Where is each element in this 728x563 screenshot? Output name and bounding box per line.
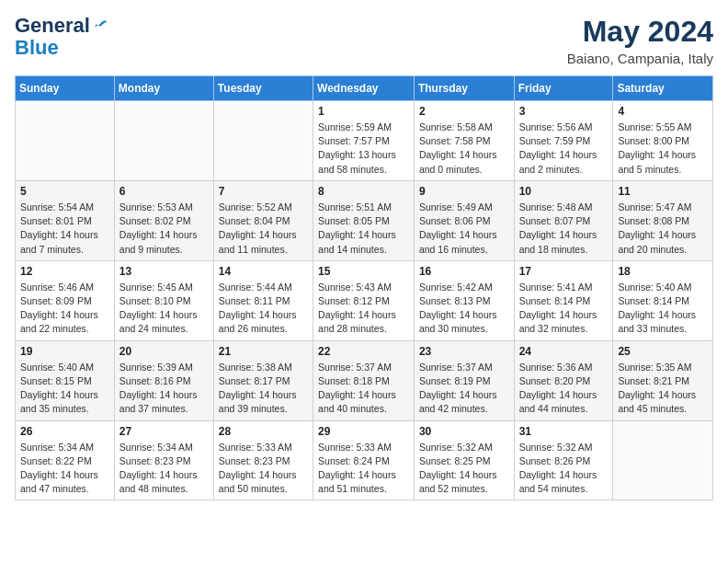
calendar-cell: 23Sunrise: 5:37 AMSunset: 8:19 PMDayligh…: [414, 340, 514, 420]
day-info: Sunrise: 5:58 AMSunset: 7:58 PMDaylight:…: [419, 121, 509, 177]
calendar-cell: 28Sunrise: 5:33 AMSunset: 8:23 PMDayligh…: [213, 420, 313, 500]
day-info: Sunrise: 5:35 AMSunset: 8:21 PMDaylight:…: [618, 361, 708, 417]
calendar-cell: 21Sunrise: 5:38 AMSunset: 8:17 PMDayligh…: [213, 340, 313, 420]
day-number: 13: [119, 265, 209, 278]
calendar-cell: 3Sunrise: 5:56 AMSunset: 7:59 PMDaylight…: [514, 101, 613, 181]
day-info: Sunrise: 5:37 AMSunset: 8:18 PMDaylight:…: [318, 361, 409, 417]
calendar-cell: 2Sunrise: 5:58 AMSunset: 7:58 PMDaylight…: [414, 101, 514, 181]
day-number: 24: [519, 345, 609, 358]
day-number: 2: [419, 105, 509, 118]
calendar-cell: 17Sunrise: 5:41 AMSunset: 8:14 PMDayligh…: [514, 260, 613, 340]
calendar-cell: 13Sunrise: 5:45 AMSunset: 8:10 PMDayligh…: [114, 260, 213, 340]
calendar-cell: 11Sunrise: 5:47 AMSunset: 8:08 PMDayligh…: [613, 180, 713, 260]
day-info: Sunrise: 5:34 AMSunset: 8:23 PMDaylight:…: [119, 441, 209, 497]
calendar-cell: 1Sunrise: 5:59 AMSunset: 7:57 PMDaylight…: [313, 101, 415, 181]
title-area: May 2024 Baiano, Campania, Italy: [567, 15, 713, 66]
calendar-cell: 20Sunrise: 5:39 AMSunset: 8:16 PMDayligh…: [114, 340, 213, 420]
calendar-cell: 12Sunrise: 5:46 AMSunset: 8:09 PMDayligh…: [16, 260, 115, 340]
calendar-cell: 16Sunrise: 5:42 AMSunset: 8:13 PMDayligh…: [414, 260, 514, 340]
calendar-cell: 24Sunrise: 5:36 AMSunset: 8:20 PMDayligh…: [514, 340, 613, 420]
calendar-cell: 15Sunrise: 5:43 AMSunset: 8:12 PMDayligh…: [313, 260, 415, 340]
day-info: Sunrise: 5:51 AMSunset: 8:05 PMDaylight:…: [318, 201, 409, 257]
weekday-header-monday: Monday: [114, 76, 213, 101]
day-info: Sunrise: 5:42 AMSunset: 8:13 PMDaylight:…: [419, 281, 509, 337]
day-number: 31: [519, 425, 609, 438]
day-info: Sunrise: 5:45 AMSunset: 8:10 PMDaylight:…: [119, 281, 209, 337]
header: General Blue May 2024 Baiano, Campania, …: [15, 15, 713, 66]
calendar-cell: [613, 420, 713, 500]
calendar-week-row: 1Sunrise: 5:59 AMSunset: 7:57 PMDaylight…: [16, 101, 713, 181]
calendar-cell: 8Sunrise: 5:51 AMSunset: 8:05 PMDaylight…: [313, 180, 415, 260]
day-number: 14: [219, 265, 308, 278]
calendar-cell: 9Sunrise: 5:49 AMSunset: 8:06 PMDaylight…: [414, 180, 514, 260]
day-info: Sunrise: 5:46 AMSunset: 8:09 PMDaylight:…: [20, 281, 109, 337]
day-info: Sunrise: 5:48 AMSunset: 8:07 PMDaylight:…: [519, 201, 609, 257]
day-number: 17: [519, 265, 609, 278]
day-info: Sunrise: 5:32 AMSunset: 8:25 PMDaylight:…: [419, 441, 509, 497]
day-info: Sunrise: 5:33 AMSunset: 8:24 PMDaylight:…: [318, 441, 409, 497]
day-number: 25: [618, 345, 708, 358]
calendar-cell: 22Sunrise: 5:37 AMSunset: 8:18 PMDayligh…: [313, 340, 415, 420]
day-number: 10: [519, 185, 609, 198]
day-info: Sunrise: 5:56 AMSunset: 7:59 PMDaylight:…: [519, 121, 609, 177]
day-info: Sunrise: 5:47 AMSunset: 8:08 PMDaylight:…: [618, 201, 708, 257]
calendar-cell: [16, 101, 115, 181]
day-number: 9: [419, 185, 509, 198]
weekday-header-wednesday: Wednesday: [313, 76, 415, 101]
day-info: Sunrise: 5:55 AMSunset: 8:00 PMDaylight:…: [618, 121, 708, 177]
day-number: 19: [20, 345, 109, 358]
weekday-header-thursday: Thursday: [414, 76, 514, 101]
calendar-cell: 6Sunrise: 5:53 AMSunset: 8:02 PMDaylight…: [114, 180, 213, 260]
day-number: 15: [318, 265, 409, 278]
day-number: 11: [618, 185, 708, 198]
calendar-cell: 4Sunrise: 5:55 AMSunset: 8:00 PMDaylight…: [613, 101, 713, 181]
day-number: 27: [119, 425, 209, 438]
day-info: Sunrise: 5:53 AMSunset: 8:02 PMDaylight:…: [119, 201, 209, 257]
day-info: Sunrise: 5:41 AMSunset: 8:14 PMDaylight:…: [519, 281, 609, 337]
day-number: 8: [318, 185, 409, 198]
day-number: 12: [20, 265, 109, 278]
calendar-cell: 27Sunrise: 5:34 AMSunset: 8:23 PMDayligh…: [114, 420, 213, 500]
weekday-header-saturday: Saturday: [613, 76, 713, 101]
day-number: 16: [419, 265, 509, 278]
calendar-cell: 14Sunrise: 5:44 AMSunset: 8:11 PMDayligh…: [213, 260, 313, 340]
weekday-header-sunday: Sunday: [16, 76, 115, 101]
calendar-week-row: 19Sunrise: 5:40 AMSunset: 8:15 PMDayligh…: [16, 340, 713, 420]
calendar-cell: 31Sunrise: 5:32 AMSunset: 8:26 PMDayligh…: [514, 420, 613, 500]
calendar-cell: 5Sunrise: 5:54 AMSunset: 8:01 PMDaylight…: [16, 180, 115, 260]
day-number: 22: [318, 345, 409, 358]
day-number: 20: [119, 345, 209, 358]
calendar-cell: 29Sunrise: 5:33 AMSunset: 8:24 PMDayligh…: [313, 420, 415, 500]
calendar-table: SundayMondayTuesdayWednesdayThursdayFrid…: [15, 75, 713, 500]
logo: General Blue: [15, 15, 108, 59]
day-number: 28: [219, 425, 308, 438]
day-number: 26: [20, 425, 109, 438]
day-number: 7: [219, 185, 308, 198]
day-info: Sunrise: 5:34 AMSunset: 8:22 PMDaylight:…: [20, 441, 109, 497]
day-info: Sunrise: 5:38 AMSunset: 8:17 PMDaylight:…: [219, 361, 308, 417]
day-number: 5: [20, 185, 109, 198]
day-info: Sunrise: 5:49 AMSunset: 8:06 PMDaylight:…: [419, 201, 509, 257]
calendar-cell: [213, 101, 313, 181]
calendar-cell: [114, 101, 213, 181]
calendar-week-row: 5Sunrise: 5:54 AMSunset: 8:01 PMDaylight…: [16, 180, 713, 260]
logo-text-blue: Blue: [15, 36, 59, 59]
day-number: 29: [318, 425, 409, 438]
weekday-header-row: SundayMondayTuesdayWednesdayThursdayFrid…: [16, 76, 713, 101]
day-info: Sunrise: 5:44 AMSunset: 8:11 PMDaylight:…: [219, 281, 308, 337]
calendar-title: May 2024: [567, 15, 713, 49]
calendar-subtitle: Baiano, Campania, Italy: [567, 51, 713, 66]
calendar-cell: 10Sunrise: 5:48 AMSunset: 8:07 PMDayligh…: [514, 180, 613, 260]
day-number: 4: [618, 105, 708, 118]
calendar-week-row: 12Sunrise: 5:46 AMSunset: 8:09 PMDayligh…: [16, 260, 713, 340]
day-number: 21: [219, 345, 308, 358]
logo-text-general: General: [15, 15, 90, 37]
day-number: 30: [419, 425, 509, 438]
weekday-header-friday: Friday: [514, 76, 613, 101]
day-number: 1: [318, 105, 409, 118]
calendar-cell: 7Sunrise: 5:52 AMSunset: 8:04 PMDaylight…: [213, 180, 313, 260]
day-info: Sunrise: 5:37 AMSunset: 8:19 PMDaylight:…: [419, 361, 509, 417]
day-info: Sunrise: 5:54 AMSunset: 8:01 PMDaylight:…: [20, 201, 109, 257]
weekday-header-tuesday: Tuesday: [213, 76, 313, 101]
calendar-cell: 19Sunrise: 5:40 AMSunset: 8:15 PMDayligh…: [16, 340, 115, 420]
